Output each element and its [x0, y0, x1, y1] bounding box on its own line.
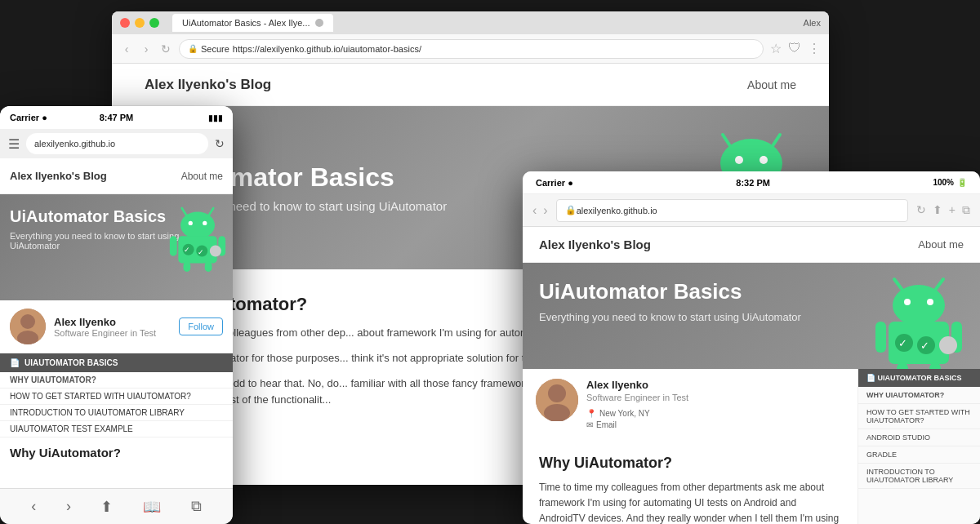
site-title: Alex Ilyenko's Blog	[145, 77, 271, 93]
maximize-button[interactable]	[149, 18, 159, 28]
toc-item-4[interactable]: UIAUTOMATOR TEST EXAMPLE	[0, 421, 233, 437]
address-url: https://alexilyenko.github.io/uiautomato…	[233, 44, 421, 54]
forward-icon[interactable]: ›	[66, 498, 71, 515]
svg-text:✓: ✓	[184, 246, 190, 254]
author-avatar	[10, 309, 46, 344]
tablet-forward-button[interactable]: ›	[543, 203, 547, 218]
svg-point-19	[189, 221, 193, 225]
tablet-author-email: ✉ Email	[586, 420, 688, 429]
tablet-sidebar: 📄 UIAUTOMATOR BASICS WHY UIAUTOMATOR? HO…	[858, 369, 980, 524]
address-text: Secure	[201, 44, 229, 54]
tablet-carrier: Carrier ●	[536, 178, 573, 188]
svg-text:✓: ✓	[198, 248, 204, 256]
author-role: Software Engineer in Test	[54, 328, 171, 338]
address-field[interactable]: 🔒 Secure https://alexilyenko.github.io/u…	[179, 39, 764, 59]
browser-user-label: Alex	[804, 18, 821, 28]
secure-badge: 🔒	[188, 44, 198, 53]
svg-point-4	[760, 156, 768, 164]
email-icon: ✉	[586, 420, 593, 429]
tablet-share-icon[interactable]: ⬆	[933, 203, 942, 217]
bookmark-icon[interactable]: 📖	[143, 498, 161, 516]
tab-title: UiAutomator Basics - Alex Ilye...	[182, 18, 310, 28]
tablet-sidebar-item-1[interactable]: WHY UIAUTOMATOR?	[858, 387, 980, 404]
shield-icon: 🛡	[788, 41, 801, 56]
tablet-site-nav[interactable]: About me	[918, 238, 964, 251]
svg-point-30	[210, 246, 221, 257]
tablet-addressbar: ‹ › 🔒 alexilyenko.github.io ↻ ⬆ + ⧉	[523, 194, 980, 227]
browser-titlebar: UiAutomator Basics - Alex Ilye... Alex	[112, 11, 829, 34]
svg-text:✓: ✓	[920, 340, 929, 352]
tablet-reload-icon[interactable]: ↻	[916, 203, 926, 217]
phone-author-section: Alex Ilyenko Software Engineer in Test F…	[0, 300, 233, 353]
tablet-toolbar-icons: ↻ ⬆ + ⧉	[916, 203, 970, 217]
svg-point-48	[939, 336, 957, 354]
follow-button[interactable]: Follow	[179, 318, 223, 335]
tablet-url-field[interactable]: 🔒 alexilyenko.github.io	[556, 199, 908, 222]
phone-toc-title: 📄 UIAUTOMATOR BASICS	[10, 358, 223, 367]
address-icons: ☆ 🛡 ⋮	[770, 41, 821, 56]
tablet-sidebar-item-2[interactable]: HOW TO GET STARTED WITH UIAUTOMATOR?	[858, 404, 980, 429]
author-name: Alex Ilyenko	[54, 316, 171, 328]
tablet-left-panel: Alex Ilyenko Software Engineer in Test 📍…	[523, 369, 858, 524]
minimize-button[interactable]	[135, 18, 145, 28]
site-nav[interactable]: About me	[747, 78, 796, 91]
svg-point-3	[735, 156, 743, 164]
site-header: Alex Ilyenko's Blog About me	[112, 64, 829, 106]
tablet-content-p1: Time to time my colleagues from other de…	[539, 480, 841, 524]
tablet-status-bar: Carrier ● 8:32 PM 100% 🔋	[523, 171, 980, 194]
svg-point-50	[548, 384, 566, 402]
phone-carrier: Carrier ●	[10, 113, 81, 122]
back-icon[interactable]: ‹	[31, 498, 36, 515]
browser-tab[interactable]: UiAutomator Basics - Alex Ilye...	[172, 14, 333, 32]
tablet-address: alexilyenko.github.io	[577, 206, 657, 215]
phone-url-field[interactable]: alexilyenko.github.io	[26, 133, 208, 154]
toc-item-2[interactable]: HOW TO GET STARTED WITH UIAUTOMATOR?	[0, 389, 233, 405]
phone-addressbar: ☰ alexilyenko.github.io ↻	[0, 129, 233, 158]
tablet-sidebar-item-5[interactable]: INTRODUCTION TO UIAUTOMATOR LIBRARY	[858, 464, 980, 489]
tablet-author-role: Software Engineer in Test	[586, 393, 688, 402]
tablet-site-header: Alex Ilyenko's Blog About me	[523, 227, 980, 263]
svg-rect-22	[170, 236, 177, 256]
phone-status-bar: Carrier ● 8:47 PM ▮▮▮	[0, 106, 233, 129]
close-button[interactable]	[120, 18, 130, 28]
reload-button[interactable]: ↻	[159, 42, 172, 56]
tablet: Carrier ● 8:32 PM 100% 🔋 ‹ › 🔒 alexilyen…	[523, 171, 980, 524]
svg-point-51	[544, 404, 570, 421]
share-icon[interactable]: ⬆	[100, 498, 113, 516]
tablet-add-tab-icon[interactable]: +	[949, 203, 956, 217]
phone-battery: ▮▮▮	[152, 113, 223, 122]
svg-point-32	[20, 314, 35, 329]
tablet-tabs-icon[interactable]: ⧉	[962, 203, 970, 217]
tabs-icon[interactable]: ⧉	[191, 498, 202, 515]
tablet-author-avatar	[536, 379, 578, 421]
tablet-toc-title: UIAUTOMATOR BASICS	[878, 374, 962, 382]
phone-content-heading: Why UiAutomator?	[10, 446, 223, 460]
tablet-sidebar-item-3[interactable]: ANDROID STUDIO	[858, 429, 980, 446]
svg-text:✓: ✓	[898, 337, 907, 349]
doc-icon: 📄	[10, 358, 20, 367]
tablet-author-location: 📍 New York, NY	[586, 409, 688, 418]
svg-point-18	[180, 211, 215, 238]
tablet-sidebar-item-4[interactable]: GRADLE	[858, 446, 980, 464]
tablet-time: 8:32 PM	[573, 178, 933, 188]
tablet-author-info: Alex Ilyenko Software Engineer in Test 📍…	[586, 379, 688, 432]
bookmark-icon[interactable]: ☆	[770, 41, 782, 56]
more-icon[interactable]: ⋮	[808, 41, 821, 56]
forward-button[interactable]: ›	[140, 42, 153, 56]
svg-rect-25	[205, 262, 212, 272]
tab-close-icon[interactable]	[315, 19, 323, 27]
back-button[interactable]: ‹	[120, 42, 133, 56]
tablet-back-button[interactable]: ‹	[532, 203, 537, 218]
toc-item-3[interactable]: INTRODUCTION TO UIAUTOMATOR LIBRARY	[0, 405, 233, 421]
phone-site-header: Alex Ilyenko's Blog About me	[0, 158, 233, 194]
phone-bottom-bar: ‹ › ⬆ 📖 ⧉	[0, 488, 233, 524]
hamburger-icon[interactable]: ☰	[8, 136, 20, 152]
tablet-content-heading: Why UiAutomator?	[539, 455, 841, 472]
toc-item-1[interactable]: WHY UIAUTOMATOR?	[0, 372, 233, 389]
phone-refresh-button[interactable]: ↻	[215, 137, 225, 150]
phone-hero: UiAutomator Basics Everything you need t…	[0, 194, 233, 300]
author-info: Alex Ilyenko Software Engineer in Test	[54, 316, 171, 338]
phone-site-nav[interactable]: About me	[181, 171, 223, 182]
phone-time: 8:47 PM	[81, 113, 152, 122]
location-icon: 📍	[586, 409, 596, 418]
